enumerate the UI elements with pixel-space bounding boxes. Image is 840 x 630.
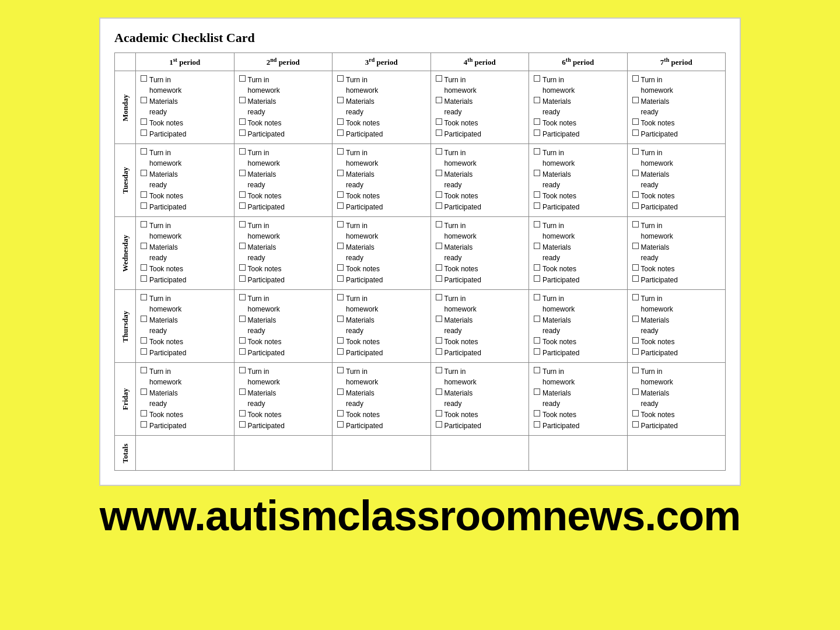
checkbox[interactable] (534, 202, 540, 209)
checklist-item[interactable]: Participated (534, 348, 622, 358)
checklist-item[interactable]: Participated (632, 348, 721, 358)
checklist-item[interactable]: Participated (534, 202, 622, 212)
checklist-item[interactable]: Materialsready (632, 242, 721, 263)
checkbox[interactable] (239, 202, 246, 209)
checkbox[interactable] (141, 294, 147, 300)
checklist-item[interactable]: Participated (239, 129, 328, 139)
checklist-item[interactable]: Took notes (337, 118, 426, 128)
checkbox[interactable] (141, 170, 147, 176)
checklist-item[interactable]: Participated (534, 275, 622, 285)
checklist-item[interactable]: Materialsready (239, 315, 328, 336)
checkbox[interactable] (632, 75, 639, 82)
checklist-item[interactable]: Took notes (436, 118, 524, 128)
checklist-item[interactable]: Turn inhomework (239, 366, 328, 387)
checklist-item[interactable]: Materialsready (239, 96, 328, 117)
checkbox[interactable] (337, 202, 344, 209)
checkbox[interactable] (632, 264, 639, 271)
checkbox[interactable] (534, 75, 540, 82)
checkbox[interactable] (436, 75, 442, 82)
checklist-item[interactable]: Turn inhomework (337, 220, 426, 242)
checklist-item[interactable]: Took notes (239, 337, 328, 347)
checkbox[interactable] (534, 148, 540, 155)
checklist-item[interactable]: Turn inhomework (436, 366, 524, 387)
checklist-item[interactable]: Took notes (141, 264, 229, 274)
checkbox[interactable] (239, 275, 246, 282)
checklist-item[interactable]: Turn inhomework (337, 293, 426, 314)
checklist-item[interactable]: Took notes (534, 410, 622, 420)
checkbox[interactable] (337, 316, 344, 322)
checkbox[interactable] (632, 170, 639, 176)
checkbox[interactable] (632, 118, 639, 125)
checkbox[interactable] (239, 421, 246, 428)
checklist-item[interactable]: Materialsready (632, 388, 721, 409)
checkbox[interactable] (239, 348, 246, 355)
checklist-item[interactable]: Participated (436, 348, 524, 358)
checkbox[interactable] (534, 97, 540, 103)
checkbox[interactable] (141, 421, 147, 428)
checklist-item[interactable]: Materialsready (239, 242, 328, 263)
checkbox[interactable] (239, 243, 246, 249)
checkbox[interactable] (337, 148, 344, 155)
checklist-item[interactable]: Turn inhomework (239, 220, 328, 242)
checkbox[interactable] (436, 294, 442, 300)
checkbox[interactable] (534, 337, 540, 344)
checklist-item[interactable]: Turn inhomework (337, 366, 426, 387)
checklist-item[interactable]: Participated (141, 202, 229, 212)
checkbox[interactable] (632, 410, 639, 416)
checkbox[interactable] (436, 264, 442, 271)
checkbox[interactable] (632, 388, 639, 395)
checkbox[interactable] (534, 275, 540, 282)
checklist-item[interactable]: Turn inhomework (141, 293, 229, 314)
checklist-item[interactable]: Materialsready (337, 315, 426, 336)
checkbox[interactable] (239, 294, 246, 300)
checklist-item[interactable]: Participated (239, 275, 328, 285)
checkbox[interactable] (141, 264, 147, 271)
checkbox[interactable] (239, 97, 246, 103)
checklist-item[interactable]: Took notes (534, 337, 622, 347)
checklist-item[interactable]: Took notes (141, 410, 229, 420)
checklist-item[interactable]: Materialsready (141, 96, 229, 117)
checkbox[interactable] (239, 191, 246, 198)
checkbox[interactable] (436, 170, 442, 176)
checkbox[interactable] (337, 294, 344, 300)
checkbox[interactable] (632, 348, 639, 355)
checklist-item[interactable]: Participated (239, 202, 328, 212)
checkbox[interactable] (534, 170, 540, 176)
checkbox[interactable] (141, 202, 147, 209)
checklist-item[interactable]: Materialsready (141, 388, 229, 409)
checklist-item[interactable]: Participated (239, 421, 328, 431)
checklist-item[interactable]: Participated (141, 275, 229, 285)
checkbox[interactable] (337, 337, 344, 344)
checklist-item[interactable]: Took notes (534, 118, 622, 128)
checklist-item[interactable]: Took notes (436, 410, 524, 420)
checkbox[interactable] (141, 348, 147, 355)
checklist-item[interactable]: Took notes (436, 337, 524, 347)
checklist-item[interactable]: Participated (436, 421, 524, 431)
checklist-item[interactable]: Materialsready (337, 169, 426, 190)
checklist-item[interactable]: Turn inhomework (632, 148, 721, 169)
checkbox[interactable] (436, 191, 442, 198)
checkbox[interactable] (632, 316, 639, 322)
checkbox[interactable] (141, 148, 147, 155)
checklist-item[interactable]: Materialsready (141, 315, 229, 336)
checklist-item[interactable]: Took notes (632, 337, 721, 347)
checkbox[interactable] (632, 243, 639, 249)
checkbox[interactable] (141, 243, 147, 249)
checklist-item[interactable]: Turn inhomework (436, 293, 524, 314)
checkbox[interactable] (337, 264, 344, 271)
checklist-item[interactable]: Turn inhomework (141, 220, 229, 242)
checkbox[interactable] (534, 264, 540, 271)
checklist-item[interactable]: Took notes (141, 191, 229, 201)
checkbox[interactable] (632, 191, 639, 198)
checkbox[interactable] (141, 118, 147, 125)
checkbox[interactable] (239, 264, 246, 271)
checkbox[interactable] (632, 97, 639, 103)
checklist-item[interactable]: Took notes (436, 264, 524, 274)
checklist-item[interactable]: Participated (436, 275, 524, 285)
checklist-item[interactable]: Participated (534, 129, 622, 139)
checklist-item[interactable]: Took notes (141, 337, 229, 347)
checkbox[interactable] (436, 421, 442, 428)
checklist-item[interactable]: Took notes (141, 118, 229, 128)
checklist-item[interactable]: Participated (141, 129, 229, 139)
checkbox[interactable] (239, 388, 246, 395)
